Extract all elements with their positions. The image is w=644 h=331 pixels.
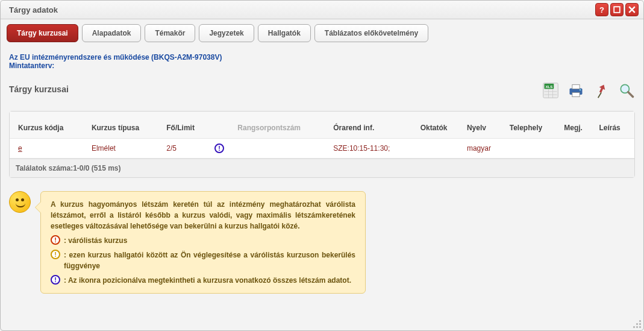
cell-lang: magyar [463,139,506,159]
hint-box: A kurzus hagyományos létszám keretén túl… [40,191,366,294]
svg-rect-11 [572,84,580,89]
hint-arrow-icon [35,201,41,213]
cell-schedule: SZE:10:15-11:30; [330,139,416,159]
dialog-window: Tárgy adatok ? Tárgy kurzusai Alapadatok… [0,0,644,331]
col-note[interactable]: Megj. [560,112,595,139]
tab-hallgatok[interactable]: Hallgatók [258,24,311,42]
subject-link[interactable]: Az EU intézményrendszere és működése (BK… [9,53,222,61]
smiley-icon [9,191,31,213]
col-schedule[interactable]: Órarend inf. [330,112,416,139]
col-limit[interactable]: Fő/Limit [163,112,211,139]
tab-bar: Tárgy kurzusai Alapadatok Témakör Jegyze… [1,19,643,42]
col-teachers[interactable]: Oktatók [417,112,463,139]
print-icon[interactable] [567,82,584,99]
tab-alapadatok[interactable]: Alapadatok [82,24,142,42]
tab-jegyzetek[interactable]: Jegyzetek [199,24,254,42]
svg-rect-12 [572,93,580,97]
table-row[interactable]: e Elmélet 2/5 ! SZE:10:15-11:30; magyar [10,139,634,159]
col-lang[interactable]: Nyelv [463,112,506,139]
info-bullet-icon[interactable]: ! [214,143,224,153]
cell-rank [234,139,330,159]
cell-limit: 2/5 [163,139,211,159]
col-desc[interactable]: Leírás [595,112,634,139]
section-title: Tárgy kurzusai XLS [9,84,635,94]
window-title: Tárgy adatok [9,5,58,14]
hint-area: A kurzus hagyományos létszám keretén túl… [9,191,635,294]
cell-limit-icon: ! [211,139,234,159]
svg-rect-0 [614,7,620,13]
cell-teachers [417,139,463,159]
svg-text:XLS: XLS [545,84,552,89]
col-rank[interactable]: Rangsorpontszám [234,112,330,139]
hint-intro: A kurzus hagyományos létszám keretén túl… [51,199,355,232]
search-icon[interactable] [618,82,635,99]
svg-line-14 [598,93,601,98]
result-summary: Találatok száma:1-0/0 (515 ms) [10,159,634,177]
hint-blue-text: : Az ikonra pozicionálva megtekintheti a… [64,275,355,286]
courses-table-wrap: Kurzus kódja Kurzus típusa Fő/Limit Rang… [9,111,635,178]
toolbar-icons: XLS [542,82,635,99]
tab-targy-kurzusai[interactable]: Tárgy kurzusai [7,24,78,42]
col-site[interactable]: Telephely [506,112,561,139]
cell-desc [595,139,634,159]
smiley-badge [9,191,31,294]
excel-export-icon[interactable]: XLS [542,82,559,99]
close-button[interactable] [625,3,639,16]
red-bullet-icon: ! [51,235,60,245]
courses-table: Kurzus kódja Kurzus típusa Fő/Limit Rang… [10,112,634,159]
resize-handle-icon[interactable] [633,320,641,328]
blue-bullet-icon: ! [51,275,60,285]
col-type[interactable]: Kurzus típusa [88,112,163,139]
svg-point-13 [580,89,581,90]
hint-yellow-text: : ezen kurzus hallgatói között az Ön vég… [64,250,355,271]
table-header-row: Kurzus kódja Kurzus típusa Fő/Limit Rang… [10,112,634,139]
cell-note [560,139,595,159]
titlebar-controls: ? [595,3,639,16]
yellow-bullet-icon: ! [51,250,60,259]
svg-line-16 [628,92,633,97]
hint-red-text: : várólistás kurzus [64,235,355,246]
titlebar: Tárgy adatok ? [1,1,643,19]
dialog-body: Az EU intézményrendszere és működése (BK… [1,42,643,330]
col-limit-icon [211,112,234,139]
subject-block: Az EU intézményrendszere és működése (BK… [9,53,635,70]
col-code[interactable]: Kurzus kódja [10,112,88,139]
tab-temakor[interactable]: Témakör [145,24,195,42]
tab-tablazatos[interactable]: Táblázatos előkövetelmény [314,24,428,42]
section-title-label: Tárgy kurzusai [9,84,69,94]
pin-icon[interactable] [593,82,610,99]
mintaterv-label: Mintatanterv: [9,61,54,70]
cell-site [506,139,561,159]
maximize-button[interactable] [610,3,624,16]
cell-type: Elmélet [88,139,163,159]
course-code-link[interactable]: e [18,144,22,153]
help-button[interactable]: ? [595,3,608,16]
